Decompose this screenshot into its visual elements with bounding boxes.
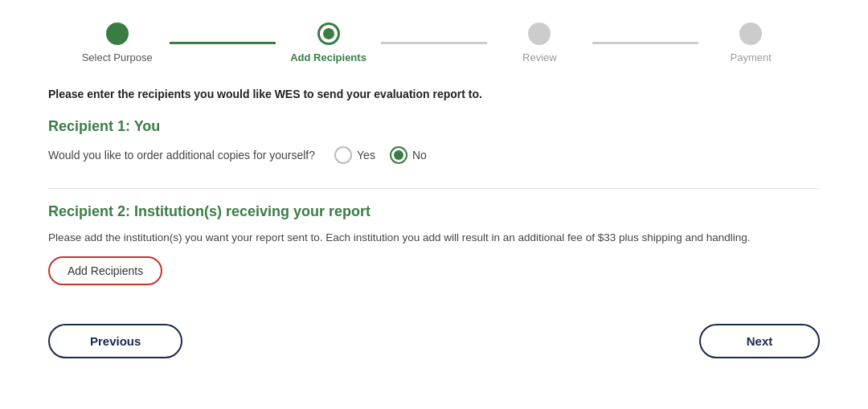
step-add-recipients: Add Recipients <box>276 22 381 63</box>
step-review: Review <box>487 22 592 63</box>
step-circle-add-recipients <box>317 22 340 45</box>
add-recipients-button[interactable]: Add Recipients <box>48 256 162 285</box>
instruction-text: Please enter the recipients you would li… <box>48 88 820 100</box>
radio-group: Yes No <box>334 146 427 164</box>
radio-option-no[interactable]: No <box>390 146 427 164</box>
step-circle-review <box>528 22 551 45</box>
radio-label-no: No <box>412 149 427 162</box>
additional-copies-question: Would you like to order additional copie… <box>48 149 315 162</box>
bottom-navigation: Previous Next <box>0 309 868 373</box>
stepper: Select Purpose Add Recipients Review Pay… <box>0 0 868 80</box>
radio-btn-no[interactable] <box>390 146 407 164</box>
step-circle-payment <box>739 22 762 45</box>
step-connector-2 <box>381 42 486 44</box>
additional-copies-row: Would you like to order additional copie… <box>48 146 820 164</box>
step-connector-3 <box>592 42 698 44</box>
step-label-select-purpose: Select Purpose <box>82 51 153 63</box>
radio-option-yes[interactable]: Yes <box>334 146 375 164</box>
institution-description: Please add the institution(s) you want y… <box>48 231 820 243</box>
previous-button[interactable]: Previous <box>48 324 182 358</box>
step-label-payment: Payment <box>731 51 772 63</box>
step-payment: Payment <box>698 22 804 63</box>
step-select-purpose: Select Purpose <box>64 22 170 63</box>
step-connector-1 <box>170 42 275 44</box>
radio-btn-yes[interactable] <box>334 146 352 164</box>
next-button[interactable]: Next <box>699 324 820 358</box>
main-content: Please enter the recipients you would li… <box>0 80 868 301</box>
radio-label-yes: Yes <box>357 149 375 162</box>
step-label-review: Review <box>522 51 557 63</box>
recipient2-heading: Recipient 2: Institution(s) receiving yo… <box>48 203 820 220</box>
step-label-add-recipients: Add Recipients <box>290 51 366 63</box>
recipient1-heading: Recipient 1: You <box>48 118 820 135</box>
section-divider <box>48 188 820 189</box>
step-circle-select-purpose <box>106 22 129 45</box>
